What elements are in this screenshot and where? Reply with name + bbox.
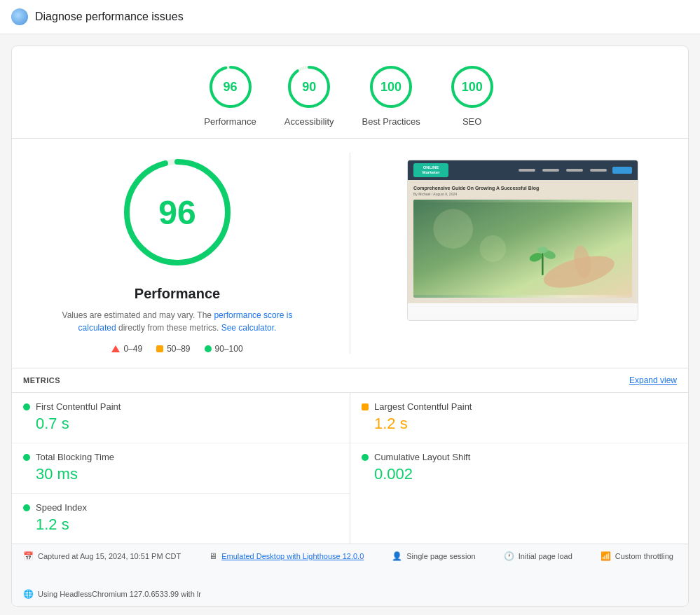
- mock-nav-link: [542, 169, 559, 172]
- score-value-accessibility: 90: [302, 80, 316, 95]
- main-card: 96 Performance 90 Accessibility 100 Best: [11, 46, 689, 607]
- wifi-icon: 📶: [601, 551, 611, 561]
- legend-bad-label: 0–49: [123, 344, 142, 354]
- legend-row: 0–49 50–89 90–100: [111, 344, 242, 354]
- mock-hero: Comprehensive Guide On Growing A Success…: [408, 180, 638, 303]
- score-circle-seo: 100: [448, 63, 496, 111]
- score-label-performance: Performance: [204, 116, 256, 127]
- mock-join-btn: [612, 167, 632, 174]
- title-bar: Diagnose performance issues: [0, 0, 700, 34]
- square-icon: [156, 345, 163, 352]
- mock-logo: ONLINEMarketer: [413, 163, 448, 177]
- mock-nav: ONLINEMarketer: [408, 160, 638, 180]
- tbt-name: Total Blocking Time: [36, 452, 114, 462]
- session-info: 👤 Single page session: [392, 551, 475, 561]
- page-title: Diagnose performance issues: [35, 11, 184, 23]
- lcp-dot: [362, 403, 369, 410]
- metrics-header: METRICS Expand view: [12, 368, 688, 392]
- expand-view-button[interactable]: Expand view: [629, 375, 677, 385]
- score-label-seo: SEO: [462, 116, 481, 127]
- screenshot-mock: ONLINEMarketer Comprehensive Guide On Gr…: [408, 160, 638, 320]
- score-value-performance: 96: [224, 80, 238, 95]
- mock-hero-title: Comprehensive Guide On Growing A Success…: [413, 186, 632, 191]
- score-label-best-practices: Best Practices: [362, 116, 420, 127]
- mock-nav-link: [566, 169, 583, 172]
- metric-cls: Cumulative Layout Shift 0.002: [350, 443, 688, 493]
- svg-point-12: [480, 235, 507, 262]
- score-label-accessibility: Accessibility: [284, 116, 334, 127]
- score-seo: 100 SEO: [448, 63, 496, 127]
- lcp-value: 1.2 s: [374, 415, 677, 433]
- mock-hero-sub: By Michael / August 9, 2024: [413, 192, 632, 196]
- see-calculator-link[interactable]: See calculator.: [221, 323, 277, 333]
- cls-name: Cumulative Layout Shift: [374, 452, 470, 462]
- dot-icon: [205, 345, 212, 352]
- calendar-icon: 📅: [23, 551, 34, 561]
- app-icon: [11, 8, 28, 25]
- device-link[interactable]: Emulated Desktop with Lighthouse 12.0.0: [221, 552, 364, 560]
- tbt-dot: [23, 454, 30, 461]
- score-accessibility: 90 Accessibility: [284, 63, 334, 127]
- left-panel: 96 Performance Values are estimated and …: [33, 153, 322, 354]
- legend-good-label: 90–100: [215, 344, 243, 354]
- metric-lcp: Largest Contentful Paint 1.2 s: [350, 393, 688, 443]
- score-circle-best-practices: 100: [367, 63, 415, 111]
- score-performance: 96 Performance: [204, 63, 256, 127]
- svg-point-11: [433, 209, 473, 249]
- user-icon: 👤: [392, 551, 402, 561]
- mock-hero-img: [413, 200, 632, 298]
- fcp-name: First Contentful Paint: [36, 401, 121, 412]
- metric-fcp: First Contentful Paint 0.7 s: [12, 393, 350, 443]
- si-dot: [23, 504, 30, 511]
- score-best-practices: 100 Best Practices: [362, 63, 420, 127]
- score-value-best-practices: 100: [380, 80, 402, 95]
- metric-tbt: Total Blocking Time 30 ms: [12, 443, 350, 494]
- screenshot-frame: ONLINEMarketer Comprehensive Guide On Gr…: [407, 160, 638, 321]
- metrics-left-col: First Contentful Paint 0.7 s Total Block…: [12, 393, 350, 544]
- panel-divider: [350, 153, 350, 354]
- right-panel: ONLINEMarketer Comprehensive Guide On Gr…: [378, 153, 667, 321]
- svg-point-18: [537, 247, 548, 253]
- score-value-seo: 100: [462, 80, 483, 95]
- si-name: Speed Index: [36, 502, 87, 513]
- legend-medium: 50–89: [156, 344, 190, 354]
- performance-score: 96: [158, 193, 195, 232]
- triangle-icon: [111, 345, 120, 352]
- monitor-icon: 🖥: [209, 551, 217, 561]
- page-load-info: 🕐 Initial page load: [504, 551, 572, 561]
- metrics-title: METRICS: [23, 376, 60, 385]
- metrics-right-col: Largest Contentful Paint 1.2 s Cumulativ…: [350, 393, 688, 544]
- performance-title: Performance: [135, 286, 220, 302]
- lcp-name: Largest Contentful Paint: [374, 401, 472, 412]
- score-circle-performance: 96: [207, 63, 254, 111]
- scores-row: 96 Performance 90 Accessibility 100 Best: [12, 46, 688, 139]
- score-circle-accessibility: 90: [285, 63, 333, 111]
- footer-bar: 📅 Captured at Aug 15, 2024, 10:51 PM CDT…: [12, 544, 688, 606]
- metrics-grid: First Contentful Paint 0.7 s Total Block…: [12, 392, 688, 544]
- clock-icon: 🕐: [504, 551, 514, 561]
- cls-value: 0.002: [374, 465, 677, 483]
- captured-at: 📅 Captured at Aug 15, 2024, 10:51 PM CDT: [23, 551, 181, 561]
- si-value: 1.2 s: [36, 516, 338, 534]
- performance-circle: 96: [118, 153, 237, 272]
- legend-bad: 0–49: [111, 344, 142, 354]
- metrics-section: METRICS Expand view First Contentful Pai…: [12, 368, 688, 544]
- content-area: 96 Performance Values are estimated and …: [12, 139, 688, 368]
- metric-si: Speed Index 1.2 s: [12, 494, 350, 544]
- performance-description: Values are estimated and may vary. The p…: [51, 309, 303, 334]
- device-info: 🖥 Emulated Desktop with Lighthouse 12.0.…: [209, 551, 364, 561]
- tbt-value: 30 ms: [36, 465, 338, 483]
- legend-medium-label: 50–89: [167, 344, 190, 354]
- mock-nav-link: [519, 169, 535, 172]
- browser-icon: 🌐: [23, 589, 34, 599]
- cls-dot: [362, 454, 369, 461]
- mock-nav-link: [590, 169, 607, 172]
- mock-nav-links: [519, 169, 607, 172]
- throttling-info: 📶 Custom throttling: [601, 551, 673, 561]
- browser-info: 🌐 Using HeadlessChromium 127.0.6533.99 w…: [23, 589, 201, 599]
- legend-good: 90–100: [205, 344, 243, 354]
- fcp-dot: [23, 403, 30, 410]
- fcp-value: 0.7 s: [36, 415, 338, 433]
